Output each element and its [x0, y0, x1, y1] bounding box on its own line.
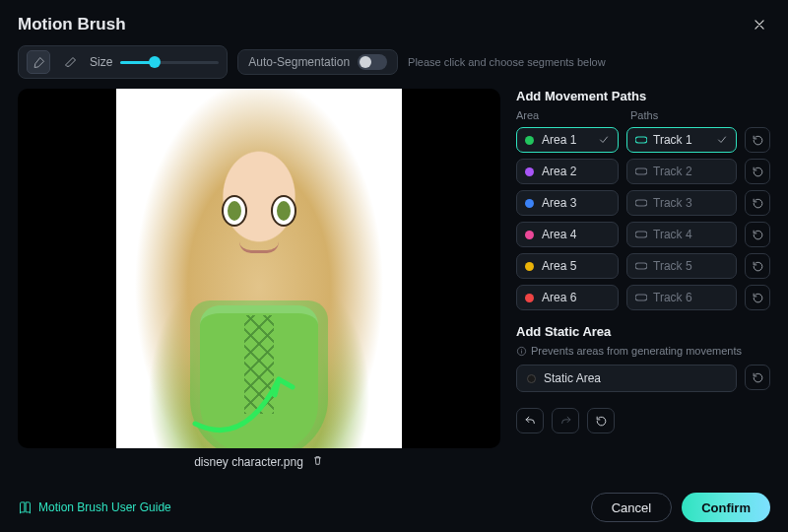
reset-icon — [752, 134, 764, 147]
size-label: Size — [90, 55, 112, 69]
track-label: Track 3 — [653, 196, 692, 210]
paths-header: Paths — [630, 109, 770, 121]
track-label: Track 5 — [653, 259, 692, 273]
eraser-icon — [63, 55, 78, 70]
track-icon — [635, 261, 647, 271]
check-icon — [598, 134, 610, 146]
static-desc: Prevents areas from generating movements — [531, 345, 742, 357]
area-pill[interactable]: Area 1 — [516, 127, 619, 153]
dialog-title: Motion Brush — [18, 15, 126, 34]
brush-tool[interactable] — [27, 50, 50, 74]
area-label: Area 4 — [542, 228, 576, 241]
autoseg-toggle[interactable] — [358, 54, 387, 70]
toolbar-hint: Please click and choose segments below — [408, 56, 606, 68]
area-pill[interactable]: Area 2 — [516, 159, 619, 184]
track-pill[interactable]: Track 4 — [626, 222, 737, 247]
filename-label: disney character.png — [194, 455, 303, 469]
brush-icon — [32, 55, 46, 70]
redo-icon — [559, 415, 572, 428]
motion-path-arrow — [185, 355, 333, 447]
reset-row-button[interactable] — [745, 253, 770, 279]
eraser-tool[interactable] — [58, 50, 82, 74]
book-icon — [18, 500, 33, 515]
track-icon — [635, 293, 647, 302]
reset-row-button[interactable] — [745, 222, 770, 247]
user-guide-label: Motion Brush User Guide — [38, 500, 171, 514]
area-pill[interactable]: Area 6 — [516, 285, 619, 310]
area-label: Area 1 — [542, 133, 576, 147]
area-pill[interactable]: Area 3 — [516, 190, 619, 216]
user-guide-link[interactable]: Motion Brush User Guide — [18, 500, 171, 515]
undo-icon — [524, 415, 537, 428]
track-icon — [635, 230, 647, 239]
area-header: Area — [516, 109, 619, 121]
reset-row-button[interactable] — [745, 190, 770, 216]
reset-static-button[interactable] — [745, 365, 770, 390]
undo-button[interactable] — [516, 408, 544, 433]
canvas-image — [116, 89, 402, 448]
reset-row-button[interactable] — [745, 159, 770, 184]
redo-button[interactable] — [552, 408, 579, 433]
track-icon — [635, 166, 647, 176]
area-label: Area 2 — [542, 165, 576, 178]
track-icon — [635, 135, 647, 145]
area-label: Area 5 — [542, 259, 576, 273]
reset-icon — [752, 371, 764, 384]
delete-file-button[interactable] — [311, 454, 324, 470]
track-pill[interactable]: Track 2 — [626, 159, 737, 184]
reset-icon — [595, 415, 608, 428]
track-pill[interactable]: Track 3 — [626, 190, 737, 216]
cancel-button[interactable]: Cancel — [591, 493, 672, 522]
info-icon — [516, 346, 527, 357]
brush-canvas[interactable] — [18, 89, 500, 448]
track-icon — [635, 198, 647, 208]
track-label: Track 4 — [653, 228, 692, 241]
reset-all-button[interactable] — [587, 408, 615, 433]
autoseg-label: Auto-Segmentation — [248, 55, 350, 69]
reset-icon — [752, 292, 764, 304]
brush-size-slider[interactable] — [120, 52, 219, 72]
reset-icon — [752, 229, 764, 241]
track-label: Track 6 — [653, 291, 692, 304]
static-area-label: Static Area — [544, 371, 601, 385]
close-icon — [753, 18, 766, 32]
reset-row-button[interactable] — [745, 127, 770, 153]
reset-icon — [752, 260, 764, 273]
reset-icon — [752, 197, 764, 210]
reset-icon — [752, 166, 764, 178]
static-title: Add Static Area — [516, 324, 770, 339]
track-label: Track 2 — [653, 165, 692, 178]
area-label: Area 3 — [542, 196, 576, 210]
movement-title: Add Movement Paths — [516, 89, 770, 103]
toolbar: Size Auto-Segmentation Please click and … — [18, 45, 770, 79]
trash-icon — [311, 454, 324, 467]
track-pill[interactable]: Track 1 — [626, 127, 737, 153]
close-button[interactable] — [749, 14, 770, 35]
track-label: Track 1 — [653, 133, 692, 147]
area-pill[interactable]: Area 5 — [516, 253, 619, 279]
static-area-button[interactable]: Static Area — [516, 365, 737, 392]
confirm-button[interactable]: Confirm — [682, 493, 770, 522]
check-icon — [716, 134, 728, 146]
track-pill[interactable]: Track 6 — [626, 285, 737, 310]
area-label: Area 6 — [542, 291, 576, 304]
area-pill[interactable]: Area 4 — [516, 222, 619, 247]
track-pill[interactable]: Track 5 — [626, 253, 737, 279]
reset-row-button[interactable] — [745, 285, 770, 310]
